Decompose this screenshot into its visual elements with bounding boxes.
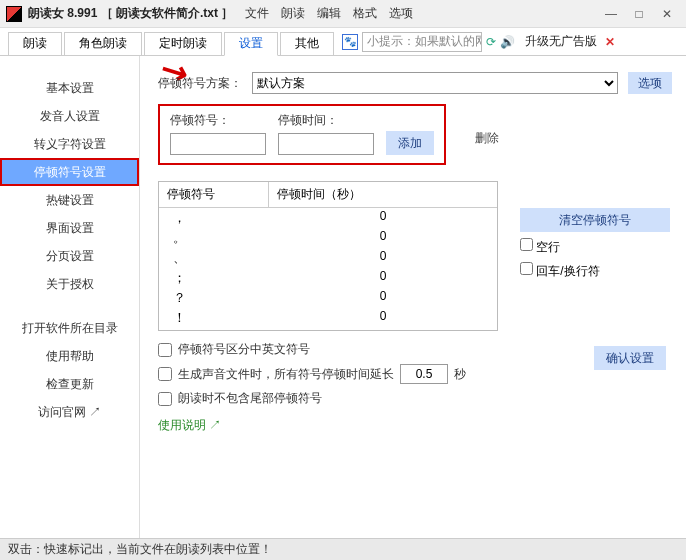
app-icon xyxy=(6,6,22,22)
time-input[interactable] xyxy=(278,133,374,155)
sidebar-item-pause[interactable]: 停顿符号设置 xyxy=(0,158,139,186)
confirm-button[interactable]: 确认设置 xyxy=(594,346,666,370)
time-label: 停顿时间： xyxy=(278,112,374,129)
tab-settings[interactable]: 设置 xyxy=(224,32,278,56)
add-symbol-box: 停顿符号： 停顿时间： 添加 xyxy=(158,104,446,165)
content-pane: 停顿符号方案： 默认方案 选项 停顿符号： 停顿时间： 添加 删除 停顿符号 xyxy=(140,56,686,538)
tab-timer-read[interactable]: 定时朗读 xyxy=(144,32,222,56)
minimize-button[interactable]: — xyxy=(598,5,624,23)
status-bar: 双击：快速标记出，当前文件在朗读列表中位置！ xyxy=(0,538,686,560)
menu-file[interactable]: 文件 xyxy=(245,5,269,22)
chk-empty-line[interactable]: 空行 xyxy=(520,238,670,256)
menu-bar: 文件 朗读 编辑 格式 选项 xyxy=(245,5,413,22)
chk-crlf[interactable]: 回车/换行符 xyxy=(520,262,670,280)
menu-read[interactable]: 朗读 xyxy=(281,5,305,22)
table-row[interactable]: ，0 xyxy=(159,208,497,228)
sidebar: 基本设置 发音人设置 转义字符设置 停顿符号设置 热键设置 界面设置 分页设置 … xyxy=(0,56,140,538)
menu-format[interactable]: 格式 xyxy=(353,5,377,22)
close-button[interactable]: ✕ xyxy=(654,5,680,23)
sidebar-item-hotkey[interactable]: 热键设置 xyxy=(0,186,139,214)
clear-button[interactable]: 清空停顿符号 xyxy=(520,208,670,232)
tab-role-read[interactable]: 角色朗读 xyxy=(64,32,142,56)
options-button[interactable]: 选项 xyxy=(628,72,672,94)
scheme-label: 停顿符号方案： xyxy=(158,75,242,92)
sidebar-item-update[interactable]: 检查更新 xyxy=(0,370,139,398)
tab-bar: 朗读 角色朗读 定时朗读 设置 其他 🐾 小提示：如果默认的网址 ⟳ 🔊 升级无… xyxy=(0,28,686,56)
sidebar-item-paging[interactable]: 分页设置 xyxy=(0,242,139,270)
col-time: 停顿时间（秒） xyxy=(269,182,497,207)
sidebar-item-license[interactable]: 关于授权 xyxy=(0,270,139,298)
add-button[interactable]: 添加 xyxy=(386,131,434,155)
menu-edit[interactable]: 编辑 xyxy=(317,5,341,22)
table-row[interactable]: ...0 xyxy=(159,328,497,331)
refresh-icon[interactable]: ⟳ xyxy=(486,35,496,49)
titlebar: 朗读女 8.991 ［ 朗读女软件简介.txt ］ 文件 朗读 编辑 格式 选项… xyxy=(0,0,686,28)
window-title: 朗读女 8.991 ［ 朗读女软件简介.txt ］ xyxy=(28,5,233,22)
help-link[interactable]: 使用说明 ↗ xyxy=(158,417,672,434)
paw-icon: 🐾 xyxy=(342,34,358,50)
tip-box: 小提示：如果默认的网址 xyxy=(362,32,482,52)
table-row[interactable]: 、0 xyxy=(159,248,497,268)
sidebar-item-escape[interactable]: 转义字符设置 xyxy=(0,130,139,158)
sound-icon[interactable]: 🔊 xyxy=(500,35,515,49)
table-row[interactable]: ；0 xyxy=(159,268,497,288)
sidebar-item-website[interactable]: 访问官网 ↗ xyxy=(0,398,139,426)
symbol-label: 停顿符号： xyxy=(170,112,266,129)
sidebar-item-basic[interactable]: 基本设置 xyxy=(0,74,139,102)
table-row[interactable]: ！0 xyxy=(159,308,497,328)
menu-options[interactable]: 选项 xyxy=(389,5,413,22)
tab-read[interactable]: 朗读 xyxy=(8,32,62,56)
opt-notail[interactable]: 朗读时不包含尾部停顿符号 xyxy=(158,390,672,407)
col-symbol: 停顿符号 xyxy=(159,182,269,207)
maximize-button[interactable]: □ xyxy=(626,5,652,23)
upgrade-link[interactable]: 升级无广告版 xyxy=(525,33,597,50)
extend-value[interactable] xyxy=(400,364,448,384)
delete-button[interactable]: 删除 xyxy=(464,128,510,150)
table-row[interactable]: 。0 xyxy=(159,228,497,248)
sidebar-item-help[interactable]: 使用帮助 xyxy=(0,342,139,370)
sidebar-item-ui[interactable]: 界面设置 xyxy=(0,214,139,242)
scheme-select[interactable]: 默认方案 xyxy=(252,72,618,94)
symbol-input[interactable] xyxy=(170,133,266,155)
table-row[interactable]: ？0 xyxy=(159,288,497,308)
close-tip-icon[interactable]: ✕ xyxy=(605,35,615,49)
tab-other[interactable]: 其他 xyxy=(280,32,334,56)
symbols-table[interactable]: 停顿符号 停顿时间（秒） ，0。0、0；0？0！0...0 xyxy=(158,181,498,331)
sidebar-item-opendir[interactable]: 打开软件所在目录 xyxy=(0,314,139,342)
sidebar-item-voice[interactable]: 发音人设置 xyxy=(0,102,139,130)
